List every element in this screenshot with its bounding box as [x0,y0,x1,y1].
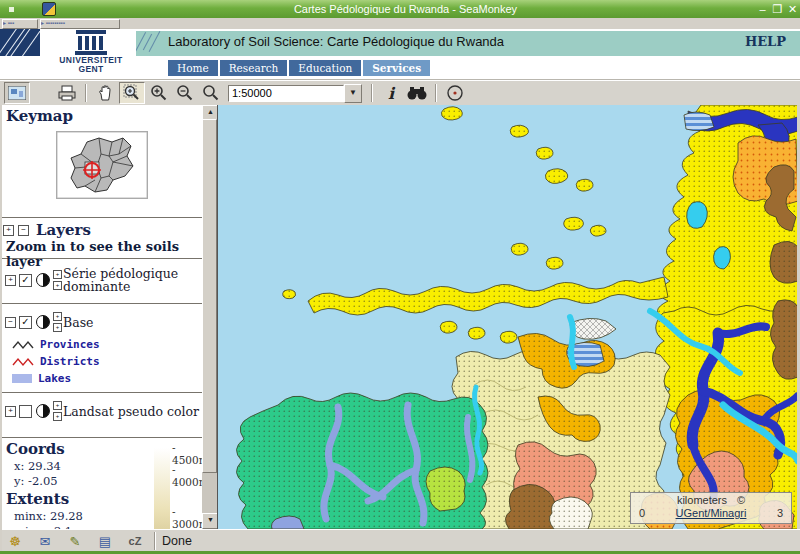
legend-item-provinces: Provinces [12,336,202,353]
zoom-box-button[interactable] [119,82,145,104]
legend-expander-icon[interactable]: + [53,401,62,410]
layer-row-soils: + ✓ + + Série pédologique dominante [2,259,202,304]
page-title: Laboratory of Soil Science: Carte Pédolo… [168,34,504,49]
search-button[interactable] [405,83,429,103]
sidebar: Keymap + − Layers Z [2,105,202,529]
provinces-line-icon [12,340,34,350]
attribution-link[interactable]: UGent/Minagri [645,507,777,520]
tab-services[interactable]: Services [363,60,430,76]
toolbar-grippy[interactable]: ▸ ▪▪▪ [2,19,38,29]
elevation-tick: - 4500m [172,442,202,466]
zoom-in-button[interactable] [147,83,171,103]
legend-label: Lakes [38,372,71,385]
status-text: Done [162,534,192,548]
contrast-icon[interactable] [36,404,50,418]
layers-header-section: + − Layers Zoom in to see the soils laye… [2,218,202,259]
base-legend: Provinces Districts Lakes [2,334,202,393]
contrast-icon[interactable] [36,315,50,329]
contrast-icon[interactable] [36,273,50,287]
layer-checkbox[interactable]: ✓ [19,274,32,287]
printer-icon [57,84,77,102]
legend-item-lakes: Lakes [12,370,202,387]
seamonkey-icon [42,2,56,16]
tab-education[interactable]: Education [289,60,361,76]
print-button[interactable] [55,83,79,103]
elevation-tick: - 4000m [172,464,202,488]
copyright-icon: © [737,493,745,507]
keymap-section: Keymap [2,105,202,218]
main-nav: Home Research Education Services [168,60,432,76]
close-button[interactable]: ✕ [785,0,800,18]
layer-checkbox[interactable] [19,405,32,418]
scale-value[interactable]: 1:50000 [228,85,344,102]
soil-map-graphic [218,105,798,529]
layer-checkbox[interactable]: ✓ [19,316,32,329]
mail-icon[interactable]: ✉ [30,534,60,549]
scalebar-unit: kilometers [677,493,727,507]
info-icon: i [385,84,397,102]
composer-icon[interactable]: ✎ [60,534,90,549]
hand-icon [96,84,114,102]
identify-button[interactable]: i [379,83,403,103]
scalebar-end: 3 [777,507,783,520]
tab-research[interactable]: Research [220,60,288,76]
window-title: Cartes Pédologique du Rwanda - SeaMonkey [56,3,755,15]
layer-label[interactable]: Landsat pseudo color [63,405,199,418]
layer-row-landsat: + + + Landsat pseudo color [2,393,202,438]
collapse-all-icon[interactable]: − [18,225,29,236]
keymap-toggle-button[interactable] [4,82,30,104]
legend-item-districts: Districts [12,353,202,370]
expand-all-icon[interactable]: + [3,225,14,236]
scale-combobox[interactable]: 1:50000 ▼ [228,84,362,103]
layers-title: Layers [32,221,91,239]
ugent-logo: UNIVERSITEIT GENT [46,29,136,81]
pan-button[interactable] [93,83,117,103]
scrollbar-thumb[interactable] [202,119,217,473]
tab-home[interactable]: Home [168,60,218,76]
statusbar-separator [154,532,156,550]
legend-expander-icon[interactable]: + [53,270,62,279]
magnifier-icon [202,84,220,102]
toolbar-grippy[interactable]: ▸ ▪▪▪▪▪▪▪▪▪ [40,19,120,29]
ugent-building-icon [74,30,108,56]
window-frame-left [0,105,2,551]
legend-expander-icon[interactable]: + [53,412,62,421]
zoom-out-button[interactable] [173,83,197,103]
minimize-button[interactable]: – [755,0,770,18]
content-area: Keymap + − Layers Z [0,105,800,529]
layer-label[interactable]: Base [63,316,93,329]
help-link[interactable]: HELP [745,34,786,49]
keymap-graphic[interactable] [56,131,148,199]
sidebar-scrollbar[interactable]: ▲ ▼ [202,105,217,529]
extents-title: Extents [2,488,202,508]
lakes-swatch-icon [12,374,32,383]
window-menu-icon[interactable] [9,7,14,12]
dropdown-arrow-icon[interactable]: ▼ [344,84,362,103]
point-select-button[interactable] [443,83,467,103]
map-toolbar: 1:50000 ▼ i [0,81,800,106]
legend-expander-icon[interactable]: + [53,281,62,290]
zoom-box-icon [123,84,141,102]
title-bar[interactable]: Cartes Pédologique du Rwanda - SeaMonkey… [0,0,800,18]
layer-expander-icon[interactable]: + [5,275,16,286]
layer-expander-icon[interactable]: + [5,406,16,417]
keymap-title: Keymap [2,105,202,125]
chatzilla-icon[interactable]: cZ [120,535,150,547]
circle-dot-icon [446,84,464,102]
keymap-icon [8,86,26,100]
binoculars-icon [406,85,428,101]
layer-expander-icon[interactable]: − [5,317,16,328]
layer-row-base: − ✓ + + Base Provinces [2,304,202,393]
zoom-extent-button[interactable] [199,83,223,103]
banner-decoration [0,29,40,56]
layer-label[interactable]: Série pédologique dominante [63,267,183,293]
addressbook-icon[interactable]: ▤ [90,534,120,549]
map-viewport[interactable]: kilometers © 0 UGent/Minagri 3 [217,105,798,529]
legend-label: Provinces [40,338,100,351]
legend-expander-icon[interactable]: + [53,312,62,321]
navigator-icon[interactable]: ☸ [0,534,30,549]
browser-window: Cartes Pédologique du Rwanda - SeaMonkey… [0,0,800,554]
zoom-in-icon [150,84,168,102]
maximize-button[interactable]: ❒ [770,0,785,18]
legend-expander-icon[interactable]: + [53,323,62,332]
